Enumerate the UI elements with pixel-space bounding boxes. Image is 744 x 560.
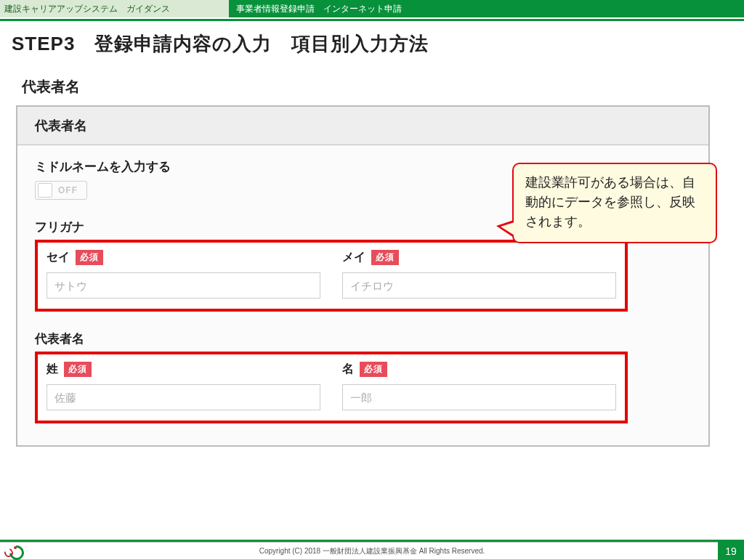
furigana-mei-label-row: メイ 必須 — [342, 250, 616, 265]
brand-logo-icon — [4, 545, 23, 560]
top-header: 建設キャリアアップシステム ガイダンス 事業者情報登録申請 インターネット申請 — [0, 0, 744, 17]
name-mei-input[interactable] — [342, 384, 616, 410]
furigana-mei-label: メイ — [342, 250, 365, 265]
required-badge: 必須 — [76, 250, 103, 265]
info-callout: 建設業許可がある場合は、自動的にデータを参照し、反映されます。 — [512, 163, 717, 243]
required-badge: 必須 — [360, 362, 387, 377]
panel-title: 代表者名 — [17, 107, 708, 145]
copyright-text: Copyright (C) 2018 一般財団法人建設業振興基金 All Rig… — [259, 546, 485, 556]
required-badge: 必須 — [64, 362, 92, 377]
furigana-sei-label-row: セイ 必須 — [46, 250, 320, 265]
header-left-label: 建設キャリアアップシステム ガイダンス — [0, 0, 229, 17]
furigana-sei-label: セイ — [46, 250, 70, 265]
furigana-mei-input[interactable] — [342, 272, 616, 299]
section-heading: 代表者名 — [22, 77, 743, 97]
furigana-sei-input[interactable] — [46, 272, 320, 299]
name-group-label: 代表者名 — [35, 330, 691, 347]
name-sei-input[interactable] — [46, 384, 320, 410]
middle-name-toggle[interactable]: OFF — [35, 181, 87, 200]
name-sei-label-row: 姓 必須 — [46, 362, 320, 377]
page-number: 19 — [718, 542, 744, 560]
required-badge: 必須 — [371, 250, 399, 265]
footer: Copyright (C) 2018 一般財団法人建設業振興基金 All Rig… — [0, 540, 744, 560]
name-mei-label-row: 名 必須 — [342, 362, 616, 377]
toggle-state-label: OFF — [58, 185, 78, 195]
step-title: STEP3 登録申請内容の入力 項目別入力方法 — [1, 31, 743, 57]
representative-panel: 代表者名 ミドルネームを入力する OFF フリガナ セイ 必須 — [16, 105, 710, 447]
toggle-knob-icon — [38, 183, 52, 198]
name-mei-label: 名 — [342, 362, 354, 377]
header-right-label: 事業者情報登録申請 インターネット申請 — [229, 0, 744, 17]
name-sei-label: 姓 — [46, 362, 58, 377]
name-highlight-frame: 姓 必須 名 必須 — [35, 352, 628, 423]
furigana-highlight-frame: セイ 必須 メイ 必須 — [35, 240, 628, 312]
